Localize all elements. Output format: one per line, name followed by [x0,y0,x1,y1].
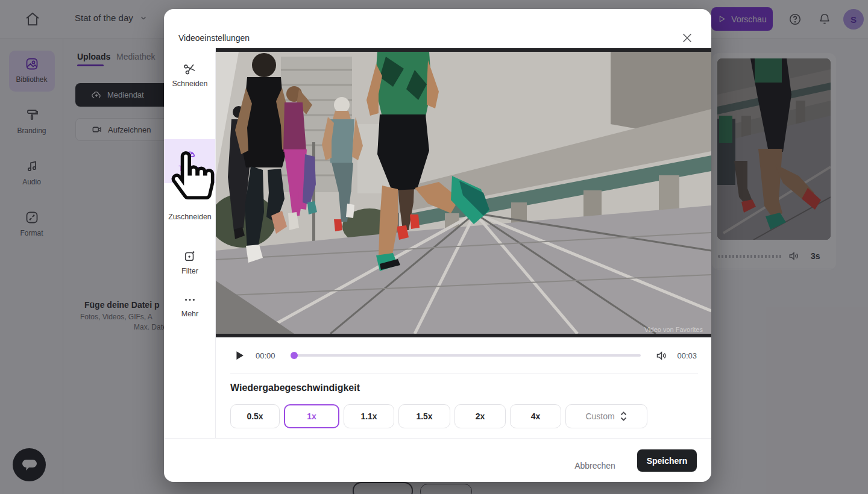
modal-nav: Schneiden Tempo Zuschneiden [164,48,216,439]
nav-item-label: Mehr [164,310,216,318]
play-icon [233,349,246,362]
total-time: 00:03 [678,351,697,360]
nav-item-label: Zuschneiden [164,213,216,221]
close-icon [681,31,694,45]
scissors-icon [183,62,197,75]
speed-option-1.1x[interactable]: 1.1x [344,404,394,428]
volume-button[interactable] [655,349,668,362]
speed-option-1x-selected[interactable]: 1x [284,404,339,428]
nav-item-schneiden[interactable]: Schneiden [164,62,216,88]
video-frame [216,52,711,334]
seek-bar[interactable] [291,354,641,357]
more-dots-icon [183,297,197,305]
cancel-button[interactable]: Abbrechen [562,454,628,478]
close-button[interactable] [681,31,694,45]
speed-option-2x[interactable]: 2x [454,404,506,428]
custom-label: Custom [585,411,614,421]
speed-option-custom[interactable]: Custom [565,404,647,428]
speed-options: 0.5x 1x 1.1x 1.5x 2x 4x Custom [230,404,647,428]
player-controls: 00:00 00:03 [216,337,711,374]
nav-item-filter[interactable]: Filter [164,249,216,275]
video-settings-modal: Videoeinstellungen Schneiden T [164,9,711,482]
nav-item-tempo[interactable]: Tempo [164,147,216,173]
filter-sparkle-icon [183,249,197,263]
video-watermark: Video von Favorites [644,326,703,333]
speed-heading: Wiedergabegeschwindigkeit [230,383,360,393]
volume-icon [655,349,668,362]
footer-divider [164,438,711,439]
speedometer-icon [183,147,197,160]
speed-option-4x[interactable]: 4x [510,404,561,428]
stepper-chevrons-icon [620,411,627,422]
speed-option-0.5x[interactable]: 0.5x [230,404,280,428]
modal-title: Videoeinstellungen [178,33,250,43]
nav-item-label: Tempo [164,164,216,173]
current-time: 00:00 [256,351,275,360]
nav-item-label: Filter [164,267,216,275]
play-button[interactable] [233,349,246,362]
nav-item-label: Schneiden [164,80,216,88]
seek-handle[interactable] [291,352,298,359]
divider [230,374,698,374]
video-preview[interactable]: Video von Favorites [216,48,711,337]
save-button[interactable]: Speichern [637,449,697,472]
speed-option-1.5x[interactable]: 1.5x [398,404,450,428]
nav-item-zuschneiden[interactable]: Zuschneiden [164,213,216,221]
nav-item-mehr[interactable]: Mehr [164,297,216,318]
